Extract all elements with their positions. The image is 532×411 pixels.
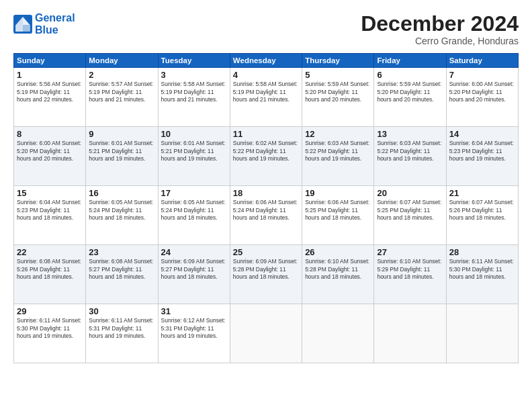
calendar-week-row: 29Sunrise: 6:11 AM Sunset: 5:30 PM Dayli… [14,304,519,363]
logo-text: General Blue [35,12,75,36]
header: General Blue December 2024 Cerro Grande,… [13,12,519,46]
month-title: December 2024 [361,12,519,36]
day-number: 7 [449,70,515,80]
calendar-cell: 3Sunrise: 5:58 AM Sunset: 5:19 PM Daylig… [158,68,230,127]
svg-marker-2 [23,25,30,31]
calendar-cell: 21Sunrise: 6:07 AM Sunset: 5:26 PM Dayli… [446,186,518,245]
day-number: 2 [89,70,154,80]
day-info: Sunrise: 6:00 AM Sunset: 5:20 PM Dayligh… [449,81,515,103]
calendar-cell: 4Sunrise: 5:58 AM Sunset: 5:19 PM Daylig… [230,68,302,127]
day-number: 16 [89,188,154,198]
day-number: 5 [305,70,371,80]
calendar-week-row: 1Sunrise: 5:56 AM Sunset: 5:19 PM Daylig… [14,68,519,127]
day-info: Sunrise: 6:03 AM Sunset: 5:22 PM Dayligh… [305,140,371,163]
calendar-cell: 29Sunrise: 6:11 AM Sunset: 5:30 PM Dayli… [14,304,86,363]
calendar-week-row: 15Sunrise: 6:04 AM Sunset: 5:23 PM Dayli… [14,186,519,245]
day-info: Sunrise: 6:11 AM Sunset: 5:31 PM Dayligh… [89,317,154,340]
header-day-saturday: Saturday [446,54,518,68]
calendar-cell: 17Sunrise: 6:05 AM Sunset: 5:24 PM Dayli… [158,186,230,245]
calendar-cell: 13Sunrise: 6:03 AM Sunset: 5:22 PM Dayli… [374,127,446,186]
calendar-week-row: 22Sunrise: 6:08 AM Sunset: 5:26 PM Dayli… [14,245,519,304]
calendar-cell [374,304,446,363]
day-number: 25 [233,247,299,257]
day-info: Sunrise: 6:02 AM Sunset: 5:22 PM Dayligh… [233,140,299,163]
day-number: 30 [89,306,154,316]
day-info: Sunrise: 6:06 AM Sunset: 5:25 PM Dayligh… [305,199,371,222]
calendar-cell: 15Sunrise: 6:04 AM Sunset: 5:23 PM Dayli… [14,186,86,245]
day-number: 15 [17,188,83,198]
calendar-cell: 10Sunrise: 6:01 AM Sunset: 5:21 PM Dayli… [158,127,230,186]
day-info: Sunrise: 6:01 AM Sunset: 5:21 PM Dayligh… [161,140,227,163]
calendar-cell: 23Sunrise: 6:08 AM Sunset: 5:27 PM Dayli… [86,245,158,304]
calendar-cell: 9Sunrise: 6:01 AM Sunset: 5:21 PM Daylig… [86,127,158,186]
logo-line2: Blue [35,24,58,36]
day-info: Sunrise: 6:05 AM Sunset: 5:24 PM Dayligh… [89,199,154,222]
day-info: Sunrise: 6:11 AM Sunset: 5:30 PM Dayligh… [17,317,83,340]
day-info: Sunrise: 6:10 AM Sunset: 5:28 PM Dayligh… [305,258,371,281]
calendar-cell: 27Sunrise: 6:10 AM Sunset: 5:29 PM Dayli… [374,245,446,304]
day-info: Sunrise: 6:10 AM Sunset: 5:29 PM Dayligh… [377,258,443,281]
page: General Blue December 2024 Cerro Grande,… [0,0,532,411]
day-number: 4 [233,70,299,80]
subtitle: Cerro Grande, Honduras [361,36,519,46]
header-day-friday: Friday [374,54,446,68]
day-number: 13 [377,129,443,139]
calendar-cell [302,304,374,363]
day-info: Sunrise: 6:04 AM Sunset: 5:23 PM Dayligh… [449,140,515,163]
day-number: 19 [305,188,371,198]
day-number: 8 [17,129,83,139]
calendar-week-row: 8Sunrise: 6:00 AM Sunset: 5:20 PM Daylig… [14,127,519,186]
day-number: 24 [161,247,227,257]
logo-line1: General [35,12,75,24]
day-info: Sunrise: 6:08 AM Sunset: 5:27 PM Dayligh… [89,258,154,281]
day-info: Sunrise: 6:00 AM Sunset: 5:20 PM Dayligh… [17,140,83,163]
calendar-cell: 5Sunrise: 5:59 AM Sunset: 5:20 PM Daylig… [302,68,374,127]
logo: General Blue [13,12,75,36]
day-number: 10 [161,129,227,139]
day-number: 26 [305,247,371,257]
day-number: 9 [89,129,154,139]
calendar-cell: 16Sunrise: 6:05 AM Sunset: 5:24 PM Dayli… [86,186,158,245]
day-info: Sunrise: 6:07 AM Sunset: 5:26 PM Dayligh… [449,199,515,222]
day-number: 17 [161,188,227,198]
calendar-cell: 30Sunrise: 6:11 AM Sunset: 5:31 PM Dayli… [86,304,158,363]
day-number: 11 [233,129,299,139]
calendar-cell: 7Sunrise: 6:00 AM Sunset: 5:20 PM Daylig… [446,68,518,127]
calendar-cell: 12Sunrise: 6:03 AM Sunset: 5:22 PM Dayli… [302,127,374,186]
calendar-cell: 2Sunrise: 5:57 AM Sunset: 5:19 PM Daylig… [86,68,158,127]
calendar-header-row: SundayMondayTuesdayWednesdayThursdayFrid… [14,54,519,68]
calendar-cell: 20Sunrise: 6:07 AM Sunset: 5:25 PM Dayli… [374,186,446,245]
day-info: Sunrise: 6:09 AM Sunset: 5:28 PM Dayligh… [233,258,299,281]
day-info: Sunrise: 6:06 AM Sunset: 5:24 PM Dayligh… [233,199,299,222]
day-info: Sunrise: 5:58 AM Sunset: 5:19 PM Dayligh… [233,81,299,103]
day-number: 6 [377,70,443,80]
title-block: December 2024 Cerro Grande, Honduras [361,12,519,46]
calendar-cell: 22Sunrise: 6:08 AM Sunset: 5:26 PM Dayli… [14,245,86,304]
day-info: Sunrise: 6:04 AM Sunset: 5:23 PM Dayligh… [17,199,83,222]
calendar-cell: 14Sunrise: 6:04 AM Sunset: 5:23 PM Dayli… [446,127,518,186]
day-info: Sunrise: 5:58 AM Sunset: 5:19 PM Dayligh… [161,81,227,103]
calendar: SundayMondayTuesdayWednesdayThursdayFrid… [13,53,519,363]
header-day-wednesday: Wednesday [230,54,302,68]
day-info: Sunrise: 5:57 AM Sunset: 5:19 PM Dayligh… [89,81,154,103]
header-day-tuesday: Tuesday [158,54,230,68]
calendar-cell: 24Sunrise: 6:09 AM Sunset: 5:27 PM Dayli… [158,245,230,304]
calendar-cell: 25Sunrise: 6:09 AM Sunset: 5:28 PM Dayli… [230,245,302,304]
day-info: Sunrise: 6:08 AM Sunset: 5:26 PM Dayligh… [17,258,83,281]
day-number: 29 [17,306,83,316]
day-info: Sunrise: 5:59 AM Sunset: 5:20 PM Dayligh… [377,81,443,103]
day-number: 23 [89,247,154,257]
day-number: 21 [449,188,515,198]
day-info: Sunrise: 6:07 AM Sunset: 5:25 PM Dayligh… [377,199,443,222]
day-number: 14 [449,129,515,139]
day-number: 18 [233,188,299,198]
day-info: Sunrise: 6:05 AM Sunset: 5:24 PM Dayligh… [161,199,227,222]
calendar-cell: 19Sunrise: 6:06 AM Sunset: 5:25 PM Dayli… [302,186,374,245]
calendar-cell: 28Sunrise: 6:11 AM Sunset: 5:30 PM Dayli… [446,245,518,304]
day-number: 31 [161,306,227,316]
day-number: 20 [377,188,443,198]
calendar-cell: 1Sunrise: 5:56 AM Sunset: 5:19 PM Daylig… [14,68,86,127]
calendar-cell: 6Sunrise: 5:59 AM Sunset: 5:20 PM Daylig… [374,68,446,127]
day-number: 12 [305,129,371,139]
calendar-cell: 18Sunrise: 6:06 AM Sunset: 5:24 PM Dayli… [230,186,302,245]
